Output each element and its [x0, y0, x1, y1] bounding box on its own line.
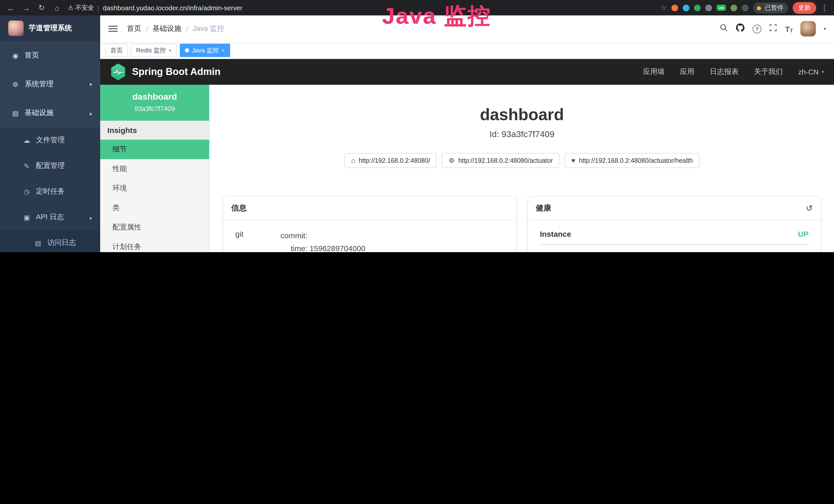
actuator-url-button[interactable]: ⚙ http://192.168.0.2:48080/actuator — [442, 153, 560, 168]
breadcrumb-infrastructure[interactable]: 基础设施 — [153, 24, 181, 33]
health-row: Instance UP — [540, 230, 809, 245]
url-text[interactable]: dashboard.yudao.iocoder.cn/infra/admin-s… — [103, 4, 242, 12]
tag-java-monitor[interactable]: Java 监控 × — [180, 44, 230, 57]
sidebar-item-home[interactable]: ◉ 首页 — [0, 41, 100, 70]
browser-menu-icon[interactable]: ⋮ — [821, 4, 828, 12]
sidebar-item-system-mgmt[interactable]: ⚙ 系统管理 ▾ — [0, 70, 100, 98]
extension-on-badge[interactable]: on — [717, 5, 726, 11]
github-icon[interactable] — [736, 23, 745, 35]
sba-brand[interactable]: Spring Boot Admin — [132, 66, 221, 77]
info-line: time: 1596289704000 — [281, 243, 504, 252]
sba-menu-details[interactable]: 细节 — [100, 140, 209, 159]
chevron-up-icon: ▴ — [89, 214, 92, 220]
info-card-title: 信息 — [231, 203, 247, 213]
close-icon[interactable]: × — [221, 47, 225, 53]
back-icon[interactable]: ← — [6, 3, 16, 12]
sidebar-item-label: API 日志 — [36, 212, 64, 222]
active-dot — [185, 48, 189, 52]
annotation-java-monitor: Java 监控 — [382, 1, 491, 31]
navbar-actions: ? TT ▾ — [720, 21, 826, 37]
sidebar-item-label: 基础设施 — [25, 108, 53, 118]
sidebar-item-access-logs[interactable]: ▤ 访问日志 — [0, 230, 100, 252]
home-icon: ⌂ — [351, 157, 355, 164]
breadcrumb-separator: / — [186, 25, 188, 33]
sidebar-item-api-logs[interactable]: ▣ API 日志 ▴ — [0, 204, 100, 230]
extension-puzzle-icon[interactable] — [742, 4, 749, 11]
profile-chip[interactable]: ☻ 已暂停 — [753, 2, 788, 13]
breadcrumb-home[interactable]: 首页 — [127, 24, 141, 33]
sba-nav-journal[interactable]: 日志报表 — [710, 67, 739, 76]
hamburger-icon[interactable] — [108, 26, 118, 32]
search-icon[interactable] — [720, 24, 728, 34]
page-title: dashboard — [223, 105, 821, 124]
health-url: http://192.168.0.2:48080/actuator/health — [579, 157, 693, 164]
extension-icon[interactable] — [731, 4, 738, 11]
extension-icon[interactable] — [706, 4, 712, 11]
extension-icon[interactable] — [683, 4, 690, 11]
instance-url-button[interactable]: ⌂ http://192.168.0.2:48080/ — [345, 153, 437, 168]
profile-avatar-icon: ☻ — [755, 4, 762, 12]
tag-home[interactable]: 首页 — [105, 44, 128, 57]
sba-menu-scheduled-tasks[interactable]: 计划任务 — [100, 237, 209, 252]
sba-locale-select[interactable]: zh-CN ▾ — [798, 68, 824, 76]
breadcrumb-separator: / — [146, 25, 148, 33]
fullscreen-icon[interactable] — [769, 24, 777, 34]
sba-menu-environment[interactable]: 环境 — [100, 179, 209, 198]
help-icon[interactable]: ? — [752, 24, 761, 33]
security-label: 不安全 — [75, 3, 94, 12]
sidebar-item-infrastructure[interactable]: ▤ 基础设施 ▴ — [0, 98, 100, 127]
update-button[interactable]: 更新 — [793, 2, 816, 14]
close-icon[interactable]: × — [169, 47, 172, 53]
sba-nav-wallboard[interactable]: 应用墙 — [643, 67, 665, 76]
sba-menu-classes[interactable]: 类 — [100, 198, 209, 218]
gear-icon: ⚙ — [11, 81, 20, 88]
main-menu: ◉ 首页 ⚙ 系统管理 ▾ ▤ 基础设施 ▴ ☁ 文件管理 — [0, 41, 100, 252]
address-bar[interactable]: ⚠ 不安全 | dashboard.yudao.iocoder.cn/infra… — [68, 3, 655, 12]
sba-menu-metrics[interactable]: 性能 — [100, 159, 209, 179]
sba-instance-header: dashboard 93a3fc7f7409 — [100, 85, 209, 121]
logo-avatar — [8, 21, 24, 36]
sba-menu-config-props[interactable]: 配置属性 — [100, 218, 209, 237]
extension-icon[interactable] — [694, 4, 701, 11]
tag-redis-monitor[interactable]: Redis 监控 × — [131, 44, 177, 57]
screenshot-root: ← → ↻ ⌂ ⚠ 不安全 | dashboard.yudao.iocoder.… — [0, 0, 834, 252]
user-avatar[interactable] — [800, 21, 816, 37]
security-warning[interactable]: ⚠ 不安全 — [68, 3, 94, 12]
sba-menu-section-insights: Insights — [100, 121, 209, 140]
sba-sidebar: dashboard 93a3fc7f7409 Insights 细节 性能 环境… — [100, 85, 210, 252]
history-icon[interactable]: ↺ — [806, 203, 813, 213]
instance-links: ⌂ http://192.168.0.2:48080/ ⚙ http://192… — [223, 153, 821, 168]
app-logo: 芋道管理系统 — [0, 16, 100, 41]
instance-id: 93a3fc7f7409 — [104, 105, 205, 112]
sba-nav-about[interactable]: 关于我们 — [754, 67, 783, 76]
font-size-icon[interactable]: TT — [785, 24, 793, 33]
health-url-button[interactable]: ♥ http://192.168.0.2:48080/actuator/heal… — [565, 153, 699, 168]
breadcrumb-current: Java 监控 — [193, 24, 224, 33]
instance-name: dashboard — [104, 92, 205, 102]
info-line: commit: — [281, 230, 504, 243]
cloud-icon: ☁ — [23, 136, 31, 144]
sba-content: dashboard Id: 93a3fc7f7409 ⌂ http://192.… — [210, 85, 834, 252]
address-divider: | — [97, 4, 100, 12]
locale-label: zh-CN — [798, 68, 818, 76]
sidebar-item-config-mgmt[interactable]: ✎ 配置管理 — [0, 153, 100, 179]
sidebar-item-label: 访问日志 — [47, 238, 76, 248]
bookmark-star-icon[interactable]: ☆ — [661, 4, 667, 12]
actuator-url: http://192.168.0.2:48080/actuator — [458, 157, 553, 164]
sba-nav-applications[interactable]: 应用 — [680, 67, 695, 76]
sidebar-item-scheduled-tasks[interactable]: ◷ 定时任务 — [0, 179, 100, 204]
sidebar-item-file-mgmt[interactable]: ☁ 文件管理 — [0, 127, 100, 153]
breadcrumb: 首页 / 基础设施 / Java 监控 — [127, 24, 224, 33]
log-icon: ▤ — [34, 239, 42, 247]
main-sidebar: 芋道管理系统 ◉ 首页 ⚙ 系统管理 ▾ ▤ 基础设施 ▴ ☁ — [0, 16, 100, 252]
extension-icon[interactable] — [672, 4, 678, 11]
sidebar-item-label: 定时任务 — [36, 187, 65, 196]
profile-chip-label: 已暂停 — [765, 3, 784, 12]
browser-home-icon[interactable]: ⌂ — [52, 3, 62, 12]
refresh-icon[interactable]: ↻ — [37, 3, 46, 12]
sidebar-item-label: 文件管理 — [36, 136, 65, 145]
tags-view: 首页 Redis 监控 × Java 监控 × — [100, 42, 834, 59]
status-badge: UP — [798, 230, 809, 238]
document-icon: ▣ — [23, 213, 31, 221]
forward-icon[interactable]: → — [22, 3, 31, 12]
